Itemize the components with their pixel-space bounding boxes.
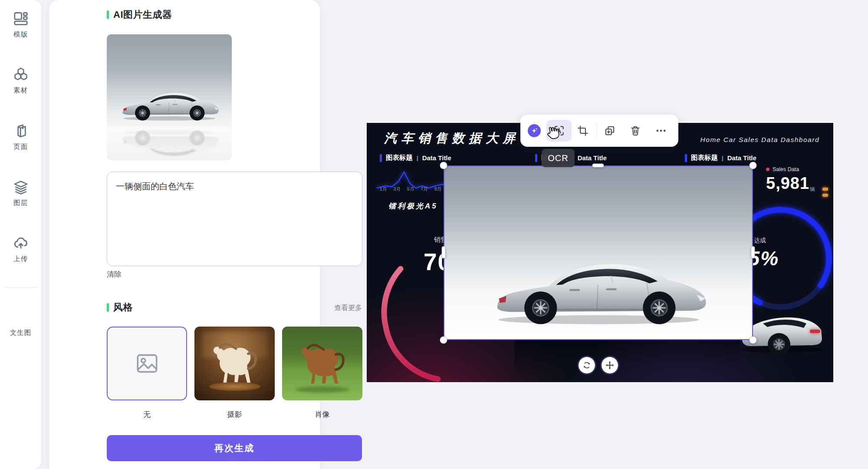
crop-button[interactable] — [577, 125, 589, 136]
resize-handle-top-right[interactable] — [750, 162, 757, 169]
ocr-button[interactable] — [546, 120, 572, 142]
sales-unit: 辆 — [810, 186, 815, 193]
sidebar: 模版 素材 页面 图层 — [0, 0, 41, 469]
move-button[interactable] — [602, 357, 618, 373]
sidebar-label: 图层 — [0, 198, 41, 208]
right-chart-header: 图表标题 | Data Title — [685, 153, 756, 162]
header-bar — [535, 154, 537, 162]
x-label: 7月 — [421, 186, 427, 192]
templates-icon — [13, 10, 29, 27]
sparkle-icon — [530, 127, 539, 135]
left-chart-header: 图表标题 | Data Title — [380, 153, 451, 162]
pages-icon — [13, 123, 29, 139]
style-label-none: 无 — [107, 410, 187, 419]
resize-handle-top-center[interactable] — [592, 164, 604, 168]
car-model-name: 镭利极光A5 — [388, 201, 438, 211]
generated-image[interactable] — [107, 34, 232, 160]
header-en: Data Title — [727, 154, 756, 162]
ai-enhance-button[interactable] — [528, 124, 541, 137]
sales-data-legend: Sales Data — [766, 166, 799, 172]
resize-handle-bottom-right[interactable] — [750, 337, 757, 344]
white-car-side-view — [476, 214, 721, 337]
prompt-input[interactable]: 一辆侧面的白色汽车 — [107, 172, 362, 266]
resize-handle-bottom-left[interactable] — [440, 337, 447, 344]
sidebar-item-assets[interactable]: 素材 — [0, 66, 41, 95]
resize-handle-top-left[interactable] — [440, 162, 447, 169]
header-pipe: | — [417, 155, 418, 161]
more-options-button[interactable] — [655, 125, 667, 136]
style-label-photography: 摄影 — [194, 410, 275, 419]
sidebar-label: 页面 — [0, 142, 41, 152]
sales-total-value: 5,981 — [766, 174, 809, 193]
x-label: 3月 — [393, 186, 400, 192]
style-option-none[interactable] — [107, 327, 187, 400]
header-bar — [380, 154, 382, 162]
toolbar-divider — [597, 122, 597, 139]
grass-shadow — [295, 386, 349, 393]
duplicate-button[interactable] — [604, 125, 615, 136]
x-label: 9月 — [434, 186, 441, 192]
sidebar-label: 文生图 — [0, 328, 41, 337]
image-placeholder-icon — [135, 351, 160, 376]
generate-again-button[interactable]: 再次生成 — [107, 435, 362, 461]
horse-photo-image — [294, 334, 350, 389]
header-cn: 图表标题 — [691, 153, 718, 162]
resize-handle-right-middle[interactable] — [751, 246, 755, 258]
taillight-glow — [822, 194, 828, 197]
sidebar-item-text-to-image[interactable]: AI 文生图 — [0, 299, 41, 337]
header-pipe: | — [722, 155, 723, 161]
generator-panel: AI图片生成器 一辆侧面的白色汽车 清除 风格 查看更多 无 摄影 肖像 再次生… — [49, 0, 320, 469]
resize-handle-left-middle[interactable] — [442, 246, 446, 258]
assets-icon — [13, 66, 29, 83]
legend-dot — [766, 168, 769, 171]
dashboard-title: 汽车销售数据大屏 — [384, 130, 519, 147]
ocr-tooltip: OCR — [542, 149, 575, 167]
sidebar-divider — [4, 287, 37, 288]
selected-car-image[interactable] — [444, 165, 753, 340]
style-option-photography[interactable] — [194, 327, 275, 400]
ocr-icon — [552, 124, 566, 137]
clear-button[interactable]: 清除 — [107, 269, 122, 279]
taillight-glow — [822, 188, 828, 191]
x-label: 1月 — [380, 186, 387, 192]
legend-label: Sales Data — [773, 166, 799, 172]
sidebar-item-templates[interactable]: 模版 — [0, 10, 41, 39]
pedestal — [209, 382, 260, 391]
sidebar-label: 模版 — [0, 30, 41, 39]
header-en: Data Title — [422, 154, 451, 162]
reflection-strip — [514, 340, 740, 382]
move-icon — [605, 360, 615, 370]
white-car-reflection — [476, 331, 721, 340]
sidebar-item-pages[interactable]: 页面 — [0, 123, 41, 152]
sidebar-item-upload[interactable]: 上传 — [0, 235, 41, 264]
style-option-portrait[interactable] — [282, 327, 362, 400]
goal-label: 达成 — [754, 237, 766, 244]
horse-figurine-image — [207, 333, 262, 388]
title-accent-bar — [107, 10, 109, 19]
header-cn: 图表标题 — [386, 153, 413, 162]
upload-icon — [13, 235, 29, 251]
x-axis-labels: 1月 3月 5月 7月 9月 — [380, 186, 441, 192]
sidebar-label: 素材 — [0, 86, 41, 95]
app-root: 模版 素材 页面 图层 — [0, 0, 868, 469]
layers-icon — [13, 179, 29, 195]
header-en: Data Title — [578, 154, 607, 162]
delete-button[interactable] — [630, 125, 641, 136]
page-title: AI图片生成器 — [113, 8, 172, 21]
header-bar — [685, 154, 687, 162]
generated-car-image — [113, 70, 226, 126]
rotate-button[interactable] — [579, 357, 595, 373]
style-label-portrait: 肖像 — [282, 410, 362, 419]
selection-toolbar — [520, 115, 678, 147]
see-more-link[interactable]: 查看更多 — [107, 304, 362, 313]
x-label: 5月 — [407, 186, 414, 192]
dashboard-subtitle: Home Car Sales Data Dashboard — [700, 136, 819, 144]
sidebar-label: 上传 — [0, 254, 41, 264]
rotate-icon — [582, 360, 592, 370]
car-reflection — [113, 125, 226, 160]
sidebar-item-layers[interactable]: 图层 — [0, 179, 41, 208]
